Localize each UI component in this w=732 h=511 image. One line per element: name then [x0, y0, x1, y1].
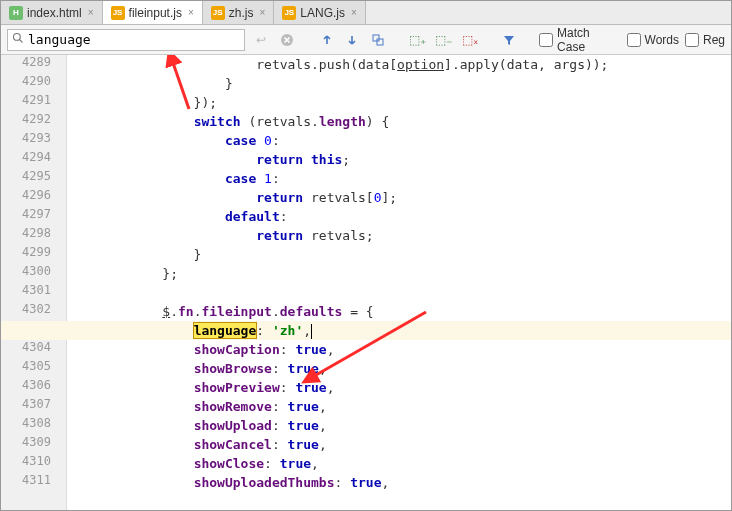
tab-label: index.html — [27, 6, 82, 20]
line-number: 4301 — [1, 283, 57, 297]
regex-checkbox[interactable]: Reg — [685, 33, 725, 47]
code-line[interactable]: } — [85, 245, 201, 264]
tab-label: LANG.js — [300, 6, 345, 20]
code-line[interactable]: showCancel: true, — [85, 435, 327, 454]
line-number: 4293 — [1, 131, 57, 145]
line-number: 4306 — [1, 378, 57, 392]
tab-fileinput-js[interactable]: JS fileinput.js × — [103, 1, 203, 24]
line-number: 4302 — [1, 302, 57, 316]
gutter-icons — [67, 55, 85, 510]
history-icon[interactable]: ↩ — [251, 30, 271, 50]
words-label: Words — [645, 33, 679, 47]
line-number: 4298 — [1, 226, 57, 240]
search-field-wrap[interactable] — [7, 29, 245, 51]
code-line[interactable] — [85, 283, 131, 302]
svg-rect-3 — [373, 35, 379, 41]
tab-index-html[interactable]: H index.html × — [1, 1, 103, 24]
code-line[interactable]: }; — [85, 264, 178, 283]
svg-point-0 — [14, 34, 21, 41]
js-icon: JS — [282, 6, 296, 20]
line-number: 4290 — [1, 74, 57, 88]
code-line[interactable]: return retvals; — [85, 226, 374, 245]
code-line[interactable]: showRemove: true, — [85, 397, 327, 416]
code-line[interactable]: }); — [85, 93, 217, 112]
code-line[interactable]: showUpload: true, — [85, 416, 327, 435]
js-icon: JS — [111, 6, 125, 20]
code-line[interactable]: showBrowse: true, — [85, 359, 327, 378]
svg-line-1 — [20, 40, 23, 43]
svg-rect-4 — [377, 39, 383, 45]
close-icon[interactable]: × — [188, 7, 194, 18]
search-toolbar: ↩ ⬚₊ ⬚₋ ⬚ₓ Match Case Words Reg — [1, 25, 731, 55]
code-line[interactable]: case 1: — [85, 169, 280, 188]
line-number: 4310 — [1, 454, 57, 468]
line-number: 4308 — [1, 416, 57, 430]
exclude-icon[interactable]: ⬚ₓ — [460, 30, 480, 50]
code-line[interactable]: case 0: — [85, 131, 280, 150]
code-line[interactable]: default: — [85, 207, 288, 226]
code-line[interactable]: showUploadedThumbs: true, — [85, 473, 389, 492]
line-number: 4311 — [1, 473, 57, 487]
line-number: 4309 — [1, 435, 57, 449]
filter-icon[interactable] — [499, 30, 519, 50]
html-icon: H — [9, 6, 23, 20]
prev-match-icon[interactable] — [317, 30, 337, 50]
tab-lang-js[interactable]: JS LANG.js × — [274, 1, 366, 24]
code-line[interactable]: retvals.push(data[option].apply(data, ar… — [85, 55, 608, 74]
match-case-input[interactable] — [539, 33, 553, 47]
code-line[interactable]: language: 'zh', — [85, 321, 312, 340]
line-number: 4294 — [1, 150, 57, 164]
line-number: 4307 — [1, 397, 57, 411]
next-match-icon[interactable] — [342, 30, 362, 50]
clear-search-icon[interactable] — [277, 30, 297, 50]
regex-input[interactable] — [685, 33, 699, 47]
select-all-icon[interactable] — [368, 30, 388, 50]
line-number: 4292 — [1, 112, 57, 126]
tab-label: zh.js — [229, 6, 254, 20]
line-number: 4289 — [1, 55, 57, 69]
code-line[interactable]: return this; — [85, 150, 350, 169]
line-number: 4304 — [1, 340, 57, 354]
code-line[interactable]: return retvals[0]; — [85, 188, 397, 207]
tab-zh-js[interactable]: JS zh.js × — [203, 1, 275, 24]
code-editor[interactable]: 4289429042914292429342944295429642974298… — [1, 55, 731, 510]
code-line[interactable]: showPreview: true, — [85, 378, 335, 397]
gutter: 4289429042914292429342944295429642974298… — [1, 55, 67, 510]
line-number: 4299 — [1, 245, 57, 259]
search-icon — [12, 32, 24, 47]
regex-label: Reg — [703, 33, 725, 47]
code-lines[interactable]: retvals.push(data[option].apply(data, ar… — [85, 55, 731, 492]
code-line[interactable]: } — [85, 74, 233, 93]
search-input[interactable] — [28, 32, 240, 47]
tab-label: fileinput.js — [129, 6, 182, 20]
line-number: 4291 — [1, 93, 57, 107]
line-number: 4296 — [1, 188, 57, 202]
line-number: 4305 — [1, 359, 57, 373]
code-line[interactable]: showClose: true, — [85, 454, 319, 473]
words-input[interactable] — [627, 33, 641, 47]
match-case-label: Match Case — [557, 26, 620, 54]
close-icon[interactable]: × — [351, 7, 357, 18]
words-checkbox[interactable]: Words — [627, 33, 679, 47]
tab-bar: H index.html × JS fileinput.js × JS zh.j… — [1, 1, 731, 25]
line-number: 4297 — [1, 207, 57, 221]
line-number: 4295 — [1, 169, 57, 183]
js-icon: JS — [211, 6, 225, 20]
code-line[interactable]: $.fn.fileinput.defaults = { — [85, 302, 374, 321]
line-number: 4300 — [1, 264, 57, 278]
close-icon[interactable]: × — [88, 7, 94, 18]
code-line[interactable]: switch (retvals.length) { — [85, 112, 389, 131]
match-case-checkbox[interactable]: Match Case — [539, 26, 620, 54]
add-selection-icon[interactable]: ⬚₊ — [408, 30, 428, 50]
remove-selection-icon[interactable]: ⬚₋ — [434, 30, 454, 50]
code-line[interactable]: showCaption: true, — [85, 340, 335, 359]
close-icon[interactable]: × — [259, 7, 265, 18]
